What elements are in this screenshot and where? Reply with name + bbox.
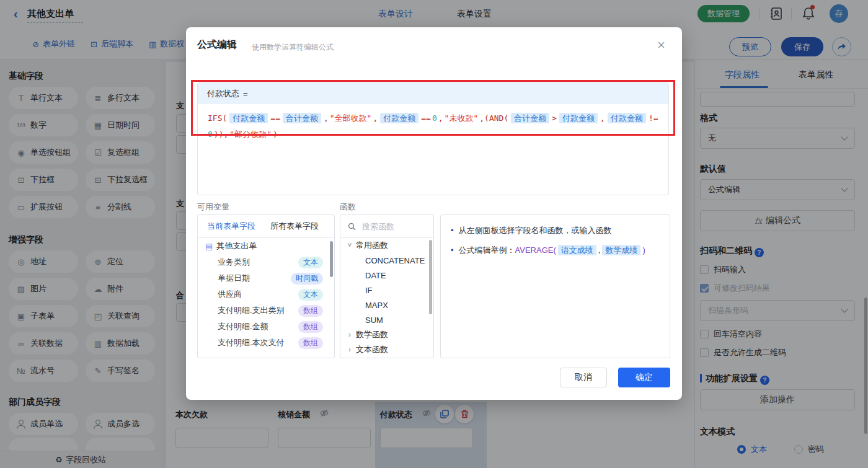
functions-panel: ˅ 常用函数 CONCATENATE DATE IF MAPX SUM — [340, 214, 434, 358]
tip-example-row: • 公式编辑举例：AVERAGE(语文成绩,数学成绩) — [451, 244, 660, 257]
formula-token: 0 — [208, 130, 213, 139]
tip-row: • 从左侧面板选择字段名和函数，或输入函数 — [451, 224, 660, 237]
function-name: 数学函数 — [356, 329, 388, 340]
formula-token: , — [324, 113, 329, 123]
formula-token: "全部收款" — [330, 113, 372, 123]
field-variable-row[interactable]: 支付明细.本次支付 数组 — [198, 335, 334, 351]
function-list-item[interactable]: › 数学函数 — [340, 327, 433, 342]
cancel-button[interactable]: 取消 — [560, 368, 607, 387]
example-close-paren: ) — [642, 245, 645, 255]
caret-icon: ˅ — [347, 241, 353, 250]
formula-expression[interactable]: IFS(付款金额==合计金额,"全部收款",付款金额==0,"未收款",(AND… — [198, 104, 668, 149]
confirm-button[interactable]: 确定 — [618, 368, 670, 387]
search-icon — [348, 223, 356, 231]
formula-token: 付款金额 — [559, 113, 598, 123]
form-doc-icon: ▤ — [205, 242, 213, 251]
formula-token: , — [600, 113, 605, 123]
equals-sign: = — [243, 89, 248, 99]
formula-token: )), — [214, 130, 228, 139]
close-icon[interactable]: × — [657, 38, 665, 52]
formula-token: 合计金额 — [283, 113, 321, 123]
formula-tokens: IFS(付款金额==合计金额,"全部收款",付款金额==0,"未收款",(AND… — [207, 113, 659, 139]
functions-label: 函数 — [340, 201, 356, 213]
function-search[interactable] — [340, 215, 433, 238]
formula-token: != — [649, 113, 658, 123]
tab-all-form-fields[interactable]: 所有表单字段 — [270, 221, 319, 232]
function-list-item[interactable]: CONCATENATE — [340, 253, 433, 268]
function-list-item[interactable]: IF — [340, 283, 433, 298]
field-variable-name: 供应商 — [218, 289, 242, 300]
formula-token: , — [373, 113, 378, 123]
formula-token: "部分收款" — [229, 130, 272, 139]
caret-icon: › — [347, 330, 353, 339]
formula-token: 合计金额 — [511, 113, 549, 123]
modal-title: 公式编辑 — [197, 38, 237, 51]
field-variable-list: 业务类别 文本 单据日期 时间戳 供应商 文本 支付明细.支出类别 数组 支付明… — [198, 254, 334, 351]
field-variable-name: 业务类别 — [218, 257, 250, 268]
function-list-item[interactable]: MAPX — [340, 298, 433, 312]
field-type-badge: 数组 — [298, 305, 323, 317]
form-tree-node[interactable]: ▤ 其他支出单 — [198, 238, 334, 254]
formula-token: > — [552, 113, 557, 123]
formula-token: 付款金额 — [380, 113, 418, 123]
function-list-item[interactable]: DATE — [340, 268, 433, 283]
function-name: 文本函数 — [356, 344, 388, 355]
formula-token: ,(AND( — [479, 113, 508, 123]
function-name: CONCATENATE — [365, 256, 425, 265]
field-variable-name: 单据日期 — [218, 273, 250, 284]
function-name: DATE — [365, 271, 386, 280]
tip-text: 从左侧面板选择字段名和函数，或输入函数 — [459, 224, 612, 237]
formula-target-field: 付款状态 — [207, 88, 239, 99]
field-type-badge: 数组 — [298, 337, 323, 349]
variables-tabs: 当前表单字段 所有表单字段 — [198, 215, 334, 238]
function-name: MAPX — [365, 301, 388, 310]
function-list: ˅ 常用函数 CONCATENATE DATE IF MAPX SUM — [340, 238, 433, 357]
formula-token: == — [421, 113, 431, 123]
variables-label: 可用变量 — [197, 201, 229, 213]
function-list-item[interactable]: SUM — [340, 312, 433, 327]
form-name: 其他支出单 — [216, 241, 257, 252]
field-type-badge: 时间戳 — [291, 273, 323, 285]
field-variable-name: 支付明细.支出类别 — [218, 305, 285, 316]
function-list-item[interactable]: › 文本函数 — [340, 342, 433, 357]
bullet-icon: • — [451, 244, 454, 257]
field-variable-row[interactable]: 支付明细.支出类别 数组 — [198, 302, 334, 319]
field-type-badge: 文本 — [298, 289, 323, 301]
function-name: IF — [365, 286, 373, 295]
field-type-badge: 文本 — [298, 257, 323, 268]
help-panel: • 从左侧面板选择字段名和函数，或输入函数 • 公式编辑举例：AVERAGE(语… — [440, 214, 670, 358]
formula-token: "未收款" — [445, 113, 479, 123]
modal-subtitle: 使用数学运算符编辑公式 — [252, 42, 334, 53]
field-variable-row[interactable]: 业务类别 文本 — [198, 254, 334, 270]
example-field-2: 数学成绩 — [602, 245, 640, 255]
field-variable-name: 支付明细.本次支付 — [218, 337, 285, 348]
field-variable-row[interactable]: 单据日期 时间戳 — [198, 270, 334, 286]
function-search-input[interactable] — [361, 221, 425, 232]
bullet-icon: • — [451, 224, 454, 237]
function-name: SUM — [365, 316, 383, 325]
function-name: 常用函数 — [356, 240, 388, 251]
formula-token: 付款金额 — [229, 113, 268, 123]
field-variable-row[interactable]: 供应商 文本 — [198, 286, 334, 302]
example-function: AVERAGE( — [515, 245, 556, 255]
variables-scrollbar[interactable] — [330, 241, 333, 277]
tab-current-form-fields[interactable]: 当前表单字段 — [207, 221, 255, 232]
field-type-badge: 数组 — [298, 321, 323, 333]
formula-target-row: 付款状态 = — [198, 83, 668, 104]
formula-token: == — [270, 113, 280, 123]
example-prefix: 公式编辑举例： — [459, 245, 515, 255]
formula-editor-modal: 公式编辑 使用数学运算符编辑公式 × 付款状态 = IFS(付款金额==合计金额… — [186, 27, 682, 400]
formula-token: , — [438, 113, 443, 123]
example-field-1: 语文成绩 — [558, 245, 596, 255]
formula-editor[interactable]: 付款状态 = IFS(付款金额==合计金额,"全部收款",付款金额==0,"未收… — [197, 82, 669, 195]
field-variable-name: 支付明细.金额 — [218, 321, 268, 332]
tip-example: 公式编辑举例：AVERAGE(语文成绩,数学成绩) — [459, 244, 645, 257]
functions-scrollbar[interactable] — [429, 240, 432, 314]
field-variable-row[interactable]: 支付明细.金额 数组 — [198, 319, 334, 335]
formula-token: 0 — [432, 113, 437, 123]
formula-token: 付款金额 — [608, 113, 646, 123]
formula-token: ) — [273, 130, 278, 139]
formula-token: IFS( — [208, 113, 227, 123]
caret-icon: › — [347, 345, 353, 354]
function-list-item[interactable]: ˅ 常用函数 — [340, 238, 433, 253]
